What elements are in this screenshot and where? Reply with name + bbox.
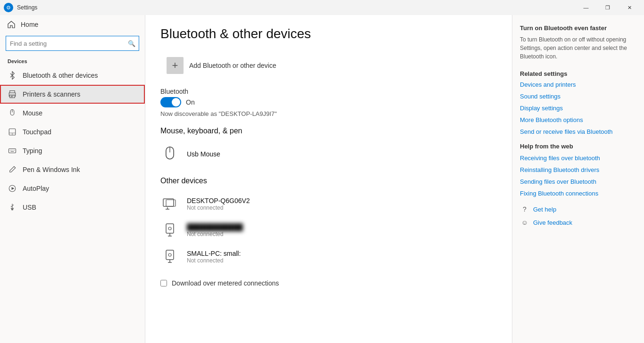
sidebar-label-printers: Printers & scanners — [23, 90, 80, 98]
page-title: Bluetooth & other devices — [160, 26, 497, 41]
get-help-link[interactable]: Get help — [533, 206, 556, 213]
device-name-0: DESKTOP-Q6G06V2 — [187, 197, 250, 204]
sidebar-section-label: Devices — [0, 55, 145, 66]
related-settings-title: Related settings — [520, 70, 636, 77]
right-footer: ? Get help ☺ Give feedback — [520, 204, 636, 227]
link-send-receive[interactable]: Send or receive files via Bluetooth — [520, 128, 636, 135]
add-device-button[interactable]: + Add Bluetooth or other device — [160, 53, 282, 78]
usb-icon — [8, 203, 17, 212]
link-more-bluetooth[interactable]: More Bluetooth options — [520, 116, 636, 123]
device-row-2: SMALL-PC: small: Not connected — [160, 244, 497, 270]
sidebar-item-pen[interactable]: Pen & Windows Ink — [0, 160, 145, 179]
device-info-0: DESKTOP-Q6G06V2 Not connected — [187, 197, 250, 211]
sidebar-item-printers[interactable]: Printers & scanners — [0, 85, 145, 104]
svg-rect-1 — [10, 95, 15, 98]
printer-icon — [8, 90, 17, 99]
minimize-button[interactable]: — — [575, 0, 597, 15]
link-sending-files[interactable]: Sending files over Bluetooth — [520, 178, 636, 185]
svg-point-29 — [168, 227, 171, 230]
metered-connections-checkbox[interactable] — [160, 280, 167, 286]
device-status-0: Not connected — [187, 204, 250, 211]
keyboard-icon — [8, 146, 17, 155]
device-icon-2 — [160, 247, 179, 266]
device-info-2: SMALL-PC: small: Not connected — [187, 250, 241, 264]
bluetooth-toggle[interactable] — [160, 97, 181, 107]
svg-rect-23 — [166, 200, 176, 206]
device-row-1: ████████████ Not connected — [160, 217, 497, 244]
svg-rect-0 — [10, 91, 15, 93]
mouse-icon — [8, 108, 17, 118]
svg-rect-9 — [9, 149, 16, 153]
add-device-label: Add Bluetooth or other device — [189, 62, 276, 69]
titlebar: ⚙ Settings — ❐ ✕ — [0, 0, 644, 15]
link-devices-printers[interactable]: Devices and printers — [520, 81, 636, 88]
give-feedback-icon: ☺ — [520, 218, 529, 227]
bluetooth-icon — [8, 71, 17, 80]
mouse-device-name: Usb Mouse — [187, 150, 220, 158]
link-sound-settings[interactable]: Sound settings — [520, 93, 636, 100]
checkbox-row: Download over metered connections — [160, 279, 497, 287]
mouse-section-title: Mouse, keyboard, & pen — [160, 127, 497, 135]
device-row-0: DESKTOP-Q6G06V2 Not connected — [160, 191, 497, 217]
discoverable-text: Now discoverable as "DESKTOP-LA9J9I7" — [160, 110, 497, 117]
mouse-device-row: Usb Mouse — [160, 141, 497, 167]
sidebar-label-pen: Pen & Windows Ink — [23, 166, 80, 173]
link-reinstalling-drivers[interactable]: Reinstalling Bluetooth drivers — [520, 166, 636, 173]
sidebar-item-touchpad[interactable]: Touchpad — [0, 122, 145, 141]
right-panel: Turn on Bluetooth even faster To turn Bl… — [512, 15, 644, 343]
device-icon-0 — [160, 195, 179, 213]
sidebar-item-autoplay[interactable]: AutoPlay — [0, 179, 145, 198]
bluetooth-section-header: Bluetooth — [160, 88, 497, 95]
link-fixing-bluetooth[interactable]: Fixing Bluetooth connections — [520, 190, 636, 197]
titlebar-controls: — ❐ ✕ — [575, 0, 640, 15]
app-body: Home 🔍 Devices Bluetooth & other devices — [0, 15, 644, 343]
bluetooth-toggle-row: On — [160, 97, 497, 107]
sidebar-label-autoplay: AutoPlay — [23, 185, 49, 192]
sidebar-item-usb[interactable]: USB — [0, 198, 145, 217]
toggle-thumb — [172, 98, 180, 106]
add-device-plus-icon: + — [167, 57, 184, 74]
svg-rect-3 — [11, 97, 13, 97]
sidebar-item-mouse[interactable]: Mouse — [0, 104, 145, 122]
sidebar-label-touchpad: Touchpad — [23, 128, 51, 136]
sidebar-item-home[interactable]: Home — [0, 15, 145, 34]
mouse-device-icon — [160, 145, 179, 163]
sidebar-item-bluetooth[interactable]: Bluetooth & other devices — [0, 66, 145, 85]
sidebar-home-label: Home — [21, 21, 38, 28]
other-devices-section-title: Other devices — [160, 177, 497, 185]
home-icon — [8, 21, 15, 28]
svg-rect-2 — [11, 96, 14, 96]
toggle-state-label: On — [186, 98, 195, 106]
main-content: Bluetooth & other devices + Add Bluetoot… — [145, 15, 512, 343]
sidebar-label-usb: USB — [23, 204, 36, 211]
settings-icon: ⚙ — [4, 3, 13, 12]
titlebar-title: Settings — [17, 4, 37, 11]
give-feedback-row[interactable]: ☺ Give feedback — [520, 218, 636, 227]
get-help-row[interactable]: ? Get help — [520, 204, 636, 214]
help-section-title: Help from the web — [520, 143, 636, 150]
device-status-1: Not connected — [187, 231, 243, 237]
get-help-icon: ? — [520, 204, 529, 214]
turn-on-text: To turn Bluetooth on or off without open… — [520, 35, 636, 61]
maximize-button[interactable]: ❐ — [597, 0, 619, 15]
link-display-settings[interactable]: Display settings — [520, 105, 636, 112]
sidebar-item-typing[interactable]: Typing — [0, 141, 145, 160]
titlebar-left: ⚙ Settings — [4, 3, 37, 12]
device-name-2: SMALL-PC: small: — [187, 250, 241, 257]
sidebar-label-mouse: Mouse — [23, 109, 42, 117]
svg-point-33 — [168, 253, 171, 256]
device-info-1: ████████████ Not connected — [187, 223, 243, 237]
device-name-1: ████████████ — [187, 223, 243, 231]
turn-on-title: Turn on Bluetooth even faster — [520, 24, 636, 32]
sidebar-label-bluetooth: Bluetooth & other devices — [23, 72, 98, 79]
autoplay-icon — [8, 184, 17, 193]
close-button[interactable]: ✕ — [619, 0, 640, 15]
give-feedback-link[interactable]: Give feedback — [533, 219, 572, 226]
link-receiving-files[interactable]: Receiving files over bluetooth — [520, 155, 636, 162]
search-input[interactable] — [6, 36, 139, 51]
sidebar: Home 🔍 Devices Bluetooth & other devices — [0, 15, 145, 343]
mouse-device-info: Usb Mouse — [187, 150, 220, 158]
checkbox-label: Download over metered connections — [172, 279, 279, 287]
device-icon-1 — [160, 221, 179, 240]
sidebar-label-typing: Typing — [23, 147, 42, 155]
